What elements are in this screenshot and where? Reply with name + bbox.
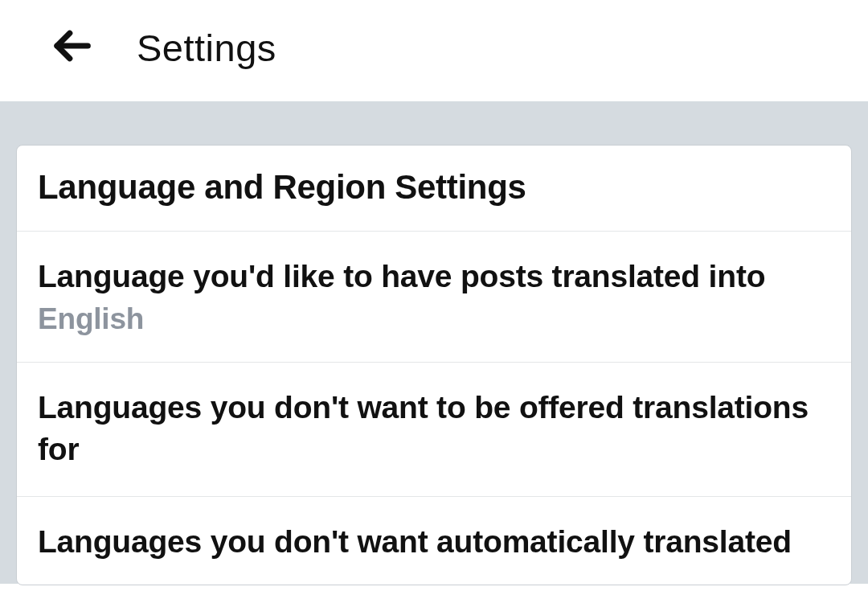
card-header: Language and Region Settings: [17, 146, 851, 232]
page-title: Settings: [137, 26, 276, 70]
setting-label: Languages you don't want automatically t…: [38, 521, 830, 563]
section-title: Language and Region Settings: [38, 168, 830, 207]
setting-no-auto-translate[interactable]: Languages you don't want automatically t…: [17, 497, 851, 585]
setting-label: Language you'd like to have posts transl…: [38, 256, 830, 298]
content-area: Language and Region Settings Language yo…: [0, 103, 868, 584]
setting-value: English: [38, 302, 830, 336]
setting-label: Languages you don't want to be offered t…: [38, 387, 830, 470]
setting-no-offer-translations[interactable]: Languages you don't want to be offered t…: [17, 363, 851, 497]
arrow-left-icon: [50, 24, 93, 71]
back-button[interactable]: [50, 24, 93, 71]
setting-translate-into[interactable]: Language you'd like to have posts transl…: [17, 232, 851, 363]
header-bar: Settings: [0, 0, 868, 103]
settings-card: Language and Region Settings Language yo…: [16, 145, 852, 585]
